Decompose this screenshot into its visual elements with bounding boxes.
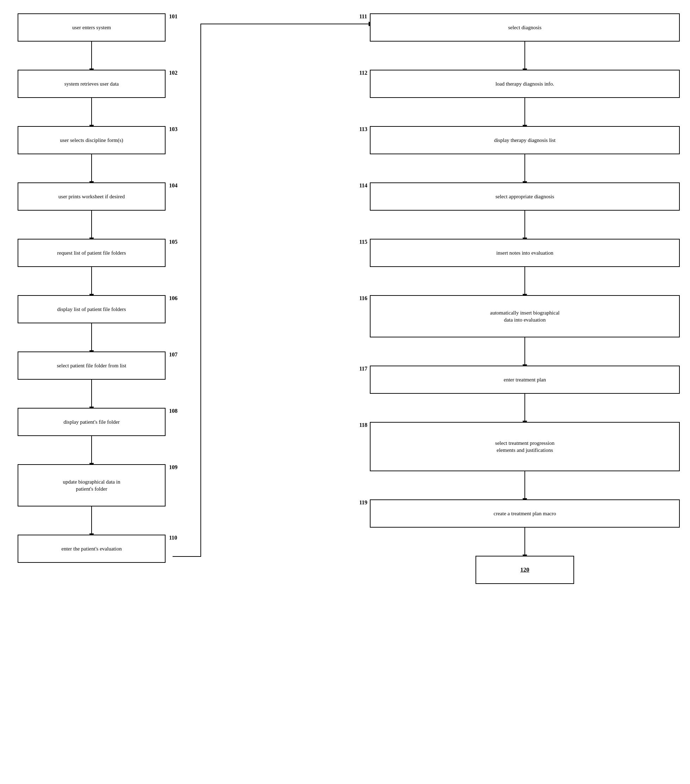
box-109-label: update biographical data in patient's fo… <box>63 478 120 493</box>
box-120: 120 <box>476 556 574 584</box>
box-118: select treatment progression elements an… <box>370 422 680 471</box>
box-114-label: select appropriate diagnosis <box>496 193 554 200</box>
box-102-label: system retrieves user data <box>64 80 119 87</box>
label-106: 106 <box>169 295 178 301</box>
box-104-label: user prints worksheet if desired <box>58 193 125 200</box>
box-111-label: select diagnosis <box>508 24 542 31</box>
label-114: 114 <box>359 183 367 189</box>
box-116-label: automatically insert biographical data i… <box>490 309 559 324</box>
box-106-label: display list of patient file folders <box>57 306 126 313</box>
box-107: select patient file folder from list <box>18 351 166 380</box>
box-113: display therapy diagnosis list <box>370 126 680 154</box>
box-119: create a treatment plan macro <box>370 499 680 528</box>
label-108: 108 <box>169 408 178 414</box>
box-101: user enters system <box>18 13 166 41</box>
box-115-label: insert notes into evaluation <box>496 249 553 256</box>
box-105-label: request list of patient file folders <box>57 249 126 256</box>
box-109: update biographical data in patient's fo… <box>18 464 166 506</box>
box-112: load therapy diagnosis info. <box>370 70 680 98</box>
box-108-label: display patient's file folder <box>63 418 120 425</box>
box-104: user prints worksheet if desired <box>18 183 166 211</box>
box-102: system retrieves user data <box>18 70 166 98</box>
box-112-label: load therapy diagnosis info. <box>496 80 554 87</box>
label-119: 119 <box>359 499 367 506</box>
box-110: enter the patient's evaluation <box>18 535 166 563</box>
box-119-label: create a treatment plan macro <box>494 510 556 517</box>
box-117-label: enter treatment plan <box>504 376 546 383</box>
label-117: 117 <box>359 366 367 372</box>
box-101-label: user enters system <box>72 24 111 31</box>
box-118-label: select treatment progression elements an… <box>495 440 554 454</box>
label-118: 118 <box>359 422 367 428</box>
label-103: 103 <box>169 126 178 132</box>
label-112: 112 <box>359 70 367 76</box>
box-113-label: display therapy diagnosis list <box>494 137 556 144</box>
box-106: display list of patient file folders <box>18 295 166 323</box>
label-116: 116 <box>359 295 367 301</box>
label-111: 111 <box>359 13 367 20</box>
box-116: automatically insert biographical data i… <box>370 295 680 338</box>
label-101: 101 <box>169 13 178 20</box>
box-110-label: enter the patient's evaluation <box>61 545 122 552</box>
label-115: 115 <box>359 239 367 245</box>
box-103-label: user selects discipline form(s) <box>60 137 123 144</box>
label-109: 109 <box>169 464 178 471</box>
box-107-label: select patient file folder from list <box>57 362 126 369</box>
box-115: insert notes into evaluation <box>370 239 680 267</box>
box-103: user selects discipline form(s) <box>18 126 166 154</box>
box-111: select diagnosis <box>370 13 680 41</box>
label-105: 105 <box>169 239 178 245</box>
label-107: 107 <box>169 351 178 358</box>
box-120-label: 120 <box>520 566 529 574</box>
label-104: 104 <box>169 183 178 189</box>
label-102: 102 <box>169 70 178 76</box>
label-110: 110 <box>169 535 177 541</box>
label-113: 113 <box>359 126 367 132</box>
box-114: select appropriate diagnosis <box>370 183 680 211</box>
box-108: display patient's file folder <box>18 408 166 436</box>
flowchart-diagram: user enters system 101 system retrieves … <box>0 0 690 784</box>
box-117: enter treatment plan <box>370 366 680 394</box>
box-105: request list of patient file folders <box>18 239 166 267</box>
